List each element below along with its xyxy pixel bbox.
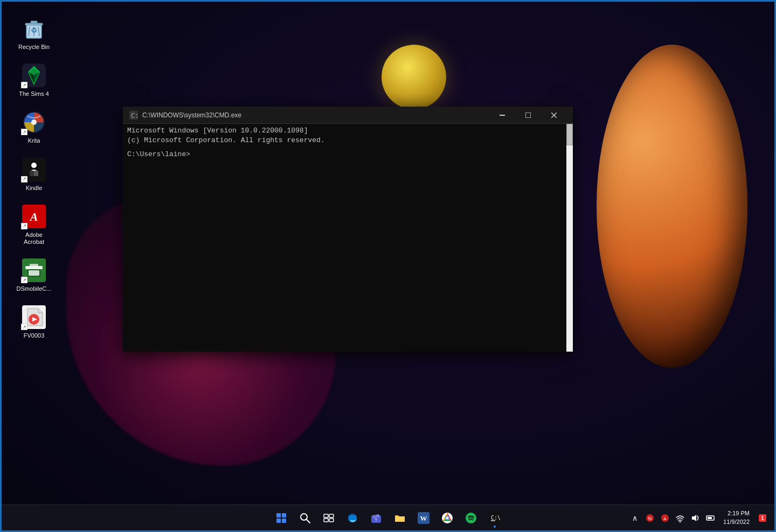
svg-rect-17 [34, 171, 38, 176]
dsmobilec-icon-image: ↗ [21, 257, 47, 283]
dsmobilec-shortcut-arrow: ↗ [21, 277, 27, 283]
notification-count-text: 1 [761, 515, 764, 521]
cmd-prompt-line: C:\Users\laine> [127, 150, 562, 159]
adobe-acrobat-icon-image: A ↗ [21, 204, 47, 229]
taskbar-word-button[interactable]: W [413, 507, 434, 529]
svg-rect-54 [491, 520, 495, 521]
cmd-line1: Microsoft Windows [Version 10.0.22000.10… [127, 126, 562, 136]
desktop-icon-fv0003[interactable]: ↗ FV0003 [12, 301, 56, 342]
svg-text:W: W [420, 514, 427, 522]
svg-rect-61 [708, 517, 712, 519]
taskbar-chrome-button[interactable] [436, 507, 458, 529]
cmd-titlebar[interactable]: C: C:\WINDOWS\system32\CMD.exe [123, 107, 573, 124]
fv0003-icon-image: ↗ [21, 304, 47, 330]
cmd-content[interactable]: Microsoft Windows [Version 10.0.22000.10… [123, 124, 566, 352]
kindle-icon-image: ↗ [21, 157, 47, 183]
svg-line-35 [307, 520, 310, 523]
svg-rect-30 [500, 115, 505, 116]
svg-rect-23 [29, 270, 39, 276]
taskbar-teams-button[interactable]: T [365, 507, 387, 529]
taskbar-start-button[interactable] [271, 507, 292, 529]
tray-volume-button[interactable] [689, 512, 702, 524]
tray-wifi-button[interactable] [674, 512, 687, 524]
svg-rect-16 [30, 171, 34, 176]
cmd-window: C: C:\WINDOWS\system32\CMD.exe [123, 107, 573, 352]
notification-icon: 1 [758, 514, 767, 522]
svg-rect-39 [329, 519, 334, 522]
recycle-bin-label: Recycle Bin [18, 44, 50, 51]
teams-icon: T [370, 512, 382, 524]
cmd-close-button[interactable] [542, 107, 566, 124]
svg-rect-24 [30, 264, 38, 267]
svg-point-13 [31, 120, 37, 125]
cmd-title-text: C:\WINDOWS\system32\CMD.exe [142, 111, 490, 119]
svg-rect-2 [31, 21, 37, 23]
krita-label: Krita [28, 137, 40, 144]
desktop-icon-krita[interactable]: ↗ Krita [12, 106, 56, 148]
clock-area[interactable]: 2:19 PM 11/9/2022 [720, 508, 753, 527]
tray-app-icon-1: N [646, 514, 654, 522]
taskbar-search-button[interactable] [294, 507, 316, 529]
taskbar-edge-button[interactable] [342, 507, 363, 529]
recycle-bin-icon: ♻ [22, 17, 46, 40]
tray-chevron-button[interactable]: ∧ [628, 512, 641, 524]
clock-date: 11/9/2022 [723, 518, 750, 526]
sims4-icon-image: ↗ [21, 62, 47, 88]
svg-text:C:\: C:\ [491, 515, 501, 521]
cmd-maximize-button[interactable] [516, 107, 541, 124]
svg-text:A: A [29, 210, 38, 223]
dsmobilec-label: DSmobileC... [17, 285, 52, 292]
explorer-icon [394, 512, 406, 524]
tray-app-icon-2: A [661, 514, 669, 522]
taskbar-explorer-button[interactable] [389, 507, 411, 529]
taskbar-center: T W [271, 507, 505, 529]
fv0003-label: FV0003 [24, 332, 45, 339]
svg-rect-36 [324, 514, 328, 517]
taskbar-right: ∧ N A [628, 508, 769, 527]
svg-text:A: A [663, 516, 667, 521]
kindle-shortcut-arrow: ↗ [21, 176, 27, 183]
svg-rect-31 [525, 113, 531, 118]
taskbar-taskview-button[interactable] [318, 507, 340, 529]
cmd-body[interactable]: Microsoft Windows [Version 10.0.22000.10… [123, 124, 573, 352]
svg-text:N: N [648, 516, 652, 521]
wallpaper-sphere-orange [597, 45, 747, 368]
desktop-icon-adobe-acrobat[interactable]: A ↗ Adobe Acrobat [12, 200, 56, 249]
desktop-icon-recycle-bin[interactable]: ♻ Recycle Bin [12, 12, 56, 54]
svg-text:♻: ♻ [31, 26, 38, 34]
windows-logo-icon [276, 513, 286, 523]
cmd-titlebar-icon: C: [129, 111, 138, 120]
kindle-label: Kindle [26, 185, 43, 192]
cmd-scrollbar[interactable] [566, 124, 573, 352]
cmd-minimize-button[interactable] [490, 107, 515, 124]
taskbar-spotify-button[interactable] [460, 507, 482, 529]
tray-icon-2[interactable]: A [659, 512, 671, 524]
desktop: ♻ Recycle Bin ↗ The Sims 4 [2, 2, 774, 530]
word-icon: W [418, 512, 429, 524]
adobe-shortcut-arrow: ↗ [21, 223, 27, 229]
cmd-icon: C:\ [489, 512, 501, 524]
taskbar-cmd-button[interactable]: C:\ [484, 507, 505, 529]
desktop-icon-sims4[interactable]: ↗ The Sims 4 [12, 59, 56, 101]
tray-icon-1[interactable]: N [643, 512, 656, 524]
taskview-icon [323, 513, 334, 523]
system-tray: ∧ N A [628, 512, 717, 524]
desktop-icon-dsmobilec[interactable]: ↗ DSmobileC... [12, 254, 56, 296]
wifi-icon [676, 514, 684, 522]
chevron-up-icon: ∧ [632, 514, 638, 522]
sims4-label: The Sims 4 [19, 90, 49, 97]
cmd-controls [490, 107, 566, 124]
recycle-bin-icon-image: ♻ [21, 16, 47, 41]
svg-point-15 [31, 163, 37, 168]
network-icon [706, 514, 715, 522]
svg-rect-38 [324, 519, 328, 522]
cmd-scrollbar-thumb[interactable] [566, 124, 573, 145]
volume-icon [691, 514, 699, 522]
wallpaper-sphere-yellow [382, 45, 446, 109]
tray-battery-button[interactable] [704, 512, 717, 524]
tray-notifications-button[interactable]: 1 [756, 512, 769, 524]
desktop-icon-kindle[interactable]: ↗ Kindle [12, 153, 56, 195]
clock-time: 2:19 PM [723, 509, 750, 517]
svg-rect-1 [25, 23, 43, 25]
svg-rect-44 [395, 516, 405, 522]
